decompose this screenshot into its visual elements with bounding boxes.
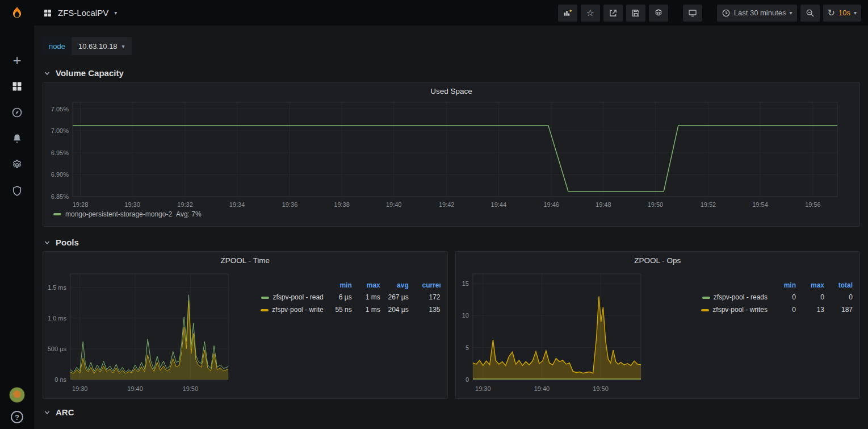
time-range-picker[interactable]: Last 30 minutes ▾ [717,5,797,22]
zoom-out-button[interactable] [800,5,820,22]
series-avg-value: Avg: 7% [176,210,201,218]
svg-text:19:34: 19:34 [229,201,245,208]
star-button[interactable]: ☆ [581,5,600,22]
refresh-icon: ↻ [828,9,835,18]
sidebar-item-dashboards[interactable] [11,80,23,93]
sidebar-nav: + [11,26,23,197]
dashboard-settings-button[interactable] [649,5,668,22]
save-button[interactable] [626,5,645,22]
legend-row-reads: zfspv-pool - reads 0 0 0 [651,291,856,303]
variable-node-select[interactable]: 10.63.10.18 ▾ [72,37,132,55]
share-button[interactable] [603,5,623,22]
series-label[interactable]: zfspv-pool - read [238,291,326,303]
svg-text:6.85%: 6.85% [51,193,69,200]
svg-text:19:50: 19:50 [183,385,199,392]
row-volume-capacity[interactable]: Volume Capacity [43,65,860,82]
panel-title[interactable]: ZPOOL - Time [43,252,447,266]
svg-text:5: 5 [465,344,468,351]
legend-header-min[interactable]: min [327,280,355,291]
time-range-label: Last 30 minutes [734,9,786,17]
series-swatch-green [53,213,61,215]
legend-header-total[interactable]: total [828,280,856,291]
svg-text:19:40: 19:40 [386,201,402,208]
cycle-view-button[interactable] [683,5,702,22]
help-icon[interactable]: ? [11,411,23,423]
template-variables: node 10.63.10.18 ▾ [43,37,860,55]
sidebar-bottom: ? [9,387,25,429]
legend-row-write: zfspv-pool - write 55 ns 1 ms 204 µs 135 [238,303,443,316]
sidebar-item-server-admin[interactable] [11,185,23,197]
zpool-time-legend: min max avg current zfspv-pool - read [233,266,447,394]
legend-value: 204 µs [384,303,412,316]
legend-header-row: min max avg current [238,280,443,291]
svg-text:19:30: 19:30 [72,385,88,392]
dashboard-title-group[interactable]: ZFS-LocalPV ▾ [43,8,117,18]
svg-text:19:40: 19:40 [534,385,550,392]
legend-header-max[interactable]: max [799,280,828,291]
sidebar-item-explore[interactable] [11,106,23,119]
series-label[interactable]: zfspv-pool - write [238,303,326,316]
chevron-down-icon: ▾ [114,10,117,16]
svg-text:7.00%: 7.00% [51,127,69,134]
series-swatch-yellow [261,309,269,311]
plus-icon: + [12,55,21,66]
legend-value: 172 [412,291,444,303]
svg-text:1.5 ms: 1.5 ms [48,284,67,291]
series-label[interactable]: zfspv-pool - reads [651,291,771,303]
chevron-down-icon: ▾ [854,10,857,16]
zpool-time-chart[interactable]: 0 ns500 µs1.0 ms1.5 ms19:3019:4019:50 [43,266,233,394]
used-space-chart[interactable]: 6.85%6.90%6.95%7.00%7.05%19:2819:3019:32… [43,97,859,210]
legend-value: 0 [828,291,856,303]
used-space-legend[interactable]: mongo-persistent-storage-mongo-2 Avg: 7% [53,210,859,218]
grafana-flame-icon [10,6,24,20]
panel-title[interactable]: Used Space [43,82,859,97]
chevron-down-icon [44,239,51,246]
legend-header-avg[interactable]: avg [384,280,412,291]
add-panel-icon [563,9,572,18]
legend-header-max[interactable]: max [355,280,384,291]
legend-value: 187 [828,303,856,316]
svg-text:6.95%: 6.95% [51,149,69,156]
legend-value: 0 [771,303,799,316]
add-panel-button[interactable] [558,5,577,22]
series-label[interactable]: zfspv-pool - writes [651,303,771,316]
sidebar-item-configuration[interactable] [11,159,23,171]
legend-value: 135 [412,303,444,316]
compass-icon [11,107,23,118]
svg-text:6.90%: 6.90% [51,171,69,178]
svg-text:19:48: 19:48 [596,201,611,208]
svg-text:15: 15 [462,280,468,287]
legend-header-current[interactable]: current [412,280,444,291]
grafana-logo[interactable] [0,0,34,26]
variable-node-label: node [43,37,72,55]
row-title: ARC [56,407,74,417]
svg-text:19:30: 19:30 [475,385,491,392]
sidebar-item-alerting[interactable] [11,132,23,145]
panel-title[interactable]: ZPOOL - Ops [456,252,860,266]
row-pools[interactable]: Pools [43,235,860,251]
star-icon: ☆ [586,9,594,18]
series-swatch-green [702,297,710,299]
svg-text:19:32: 19:32 [177,201,193,208]
svg-text:10: 10 [462,312,468,319]
zpool-ops-chart[interactable]: 05101519:3019:4019:50 [456,266,645,394]
svg-text:19:52: 19:52 [701,201,716,208]
refresh-button[interactable]: ↻ 10s ▾ [823,5,861,22]
legend-value: 1 ms [355,291,384,303]
svg-text:19:50: 19:50 [593,385,609,392]
svg-text:0 ns: 0 ns [54,376,66,383]
row-arc[interactable]: ARC [43,405,860,421]
legend-value: 6 µs [327,291,355,303]
legend-header-min[interactable]: min [771,280,799,291]
svg-text:19:56: 19:56 [805,201,821,208]
row-title: Volume Capacity [56,68,124,78]
user-avatar[interactable] [9,387,25,403]
sidebar-item-create[interactable]: + [11,54,23,66]
series-label: mongo-persistent-storage-mongo-2 [65,210,172,218]
panel-zpool-time: ZPOOL - Time 0 ns500 µs1.0 ms1.5 ms19:30… [43,251,448,399]
legend-value: 55 ns [327,303,355,316]
gear-icon [654,9,663,18]
svg-text:19:40: 19:40 [127,385,143,392]
legend-value: 0 [771,291,799,303]
variable-node-value: 10.63.10.18 [78,42,118,51]
